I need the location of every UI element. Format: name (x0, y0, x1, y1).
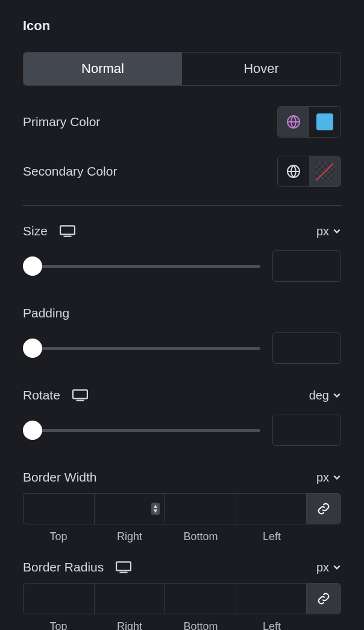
label-top: Top (23, 530, 94, 543)
border-radius-inputs (23, 583, 341, 614)
chevron-down-icon (333, 473, 341, 482)
globe-icon (286, 164, 301, 179)
primary-color-group (277, 106, 341, 138)
slider-track (23, 265, 260, 268)
primary-color-global[interactable] (278, 107, 309, 137)
svg-rect-3 (73, 390, 87, 398)
spacer (307, 530, 341, 543)
border-width-inputs: ▲▼ (23, 493, 341, 524)
label-bottom: Bottom (165, 620, 236, 630)
padding-row: Padding (23, 306, 341, 320)
size-label: Size (23, 224, 48, 238)
rotate-input[interactable] (272, 415, 341, 446)
link-icon (317, 502, 330, 515)
border-width-unit-select[interactable]: px (316, 471, 341, 485)
no-color-swatch (315, 162, 334, 181)
border-width-left[interactable] (236, 494, 307, 524)
size-input[interactable] (272, 250, 341, 282)
rotate-slider[interactable] (23, 421, 260, 439)
padding-label: Padding (23, 306, 69, 320)
label-left: Left (236, 530, 307, 543)
secondary-color-row: Secondary Color (23, 156, 341, 187)
chevron-down-icon (333, 563, 341, 571)
border-width-top[interactable] (24, 494, 95, 524)
unit-label: px (316, 471, 329, 485)
rotate-slider-row (23, 415, 341, 446)
border-radius-side-labels: Top Right Bottom Left (23, 620, 341, 630)
border-radius-label: Border Radius (23, 560, 104, 574)
secondary-color-global[interactable] (278, 156, 309, 186)
slider-thumb[interactable] (23, 339, 42, 358)
size-slider-row (23, 250, 341, 282)
primary-color-row: Primary Color (23, 106, 341, 138)
rotate-row: Rotate deg (23, 388, 341, 402)
chevron-down-icon (333, 227, 341, 235)
slider-thumb[interactable] (23, 256, 42, 276)
border-radius-right[interactable] (95, 584, 166, 614)
border-radius-bottom[interactable] (165, 584, 236, 614)
globe-icon (286, 115, 301, 129)
spacer (307, 620, 341, 630)
label-right: Right (94, 530, 165, 543)
border-radius-left[interactable] (236, 584, 307, 614)
slider-track (23, 347, 260, 350)
border-radius-unit-select[interactable]: px (316, 561, 341, 574)
rotate-label: Rotate (23, 388, 60, 402)
link-icon (317, 592, 330, 605)
border-radius-link[interactable] (307, 584, 340, 614)
slider-thumb[interactable] (23, 421, 42, 440)
secondary-color-label: Secondary Color (23, 164, 117, 179)
size-slider[interactable] (23, 257, 260, 275)
padding-slider-row (23, 332, 341, 364)
label-bottom: Bottom (165, 530, 236, 543)
size-unit-select[interactable]: px (316, 224, 341, 238)
state-tabs: Normal Hover (23, 52, 341, 86)
stepper-icon[interactable]: ▲▼ (151, 503, 160, 515)
border-width-right[interactable]: ▲▼ (95, 494, 166, 524)
primary-color-swatch[interactable] (309, 107, 340, 137)
padding-slider[interactable] (23, 339, 260, 357)
desktop-icon[interactable] (116, 561, 131, 573)
primary-color-label: Primary Color (23, 115, 100, 129)
unit-label: px (316, 561, 329, 574)
label-top: Top (23, 620, 94, 630)
tab-hover[interactable]: Hover (182, 52, 340, 85)
border-width-bottom[interactable] (165, 494, 236, 524)
unit-label: px (316, 224, 329, 238)
border-width-side-labels: Top Right Bottom Left (23, 530, 341, 543)
border-radius-row: Border Radius px (23, 560, 341, 574)
section-title: Icon (23, 18, 341, 34)
desktop-icon[interactable] (72, 389, 88, 401)
desktop-icon[interactable] (60, 225, 75, 237)
size-row: Size px (23, 224, 341, 238)
slider-track (23, 429, 260, 432)
color-swatch (316, 113, 333, 130)
border-radius-top[interactable] (24, 584, 95, 614)
secondary-color-swatch[interactable] (309, 156, 340, 186)
label-right: Right (94, 620, 165, 630)
secondary-color-group (277, 156, 341, 187)
rotate-unit-select[interactable]: deg (309, 389, 341, 402)
chevron-down-icon (333, 391, 341, 399)
svg-rect-4 (116, 562, 131, 570)
tab-normal[interactable]: Normal (24, 52, 182, 85)
label-left: Left (236, 620, 307, 630)
svg-rect-2 (60, 226, 75, 234)
border-width-label: Border Width (23, 470, 97, 485)
border-width-link[interactable] (307, 494, 340, 524)
divider (23, 205, 341, 206)
border-width-row: Border Width px (23, 470, 341, 485)
padding-input[interactable] (272, 332, 341, 364)
unit-label: deg (309, 389, 329, 402)
